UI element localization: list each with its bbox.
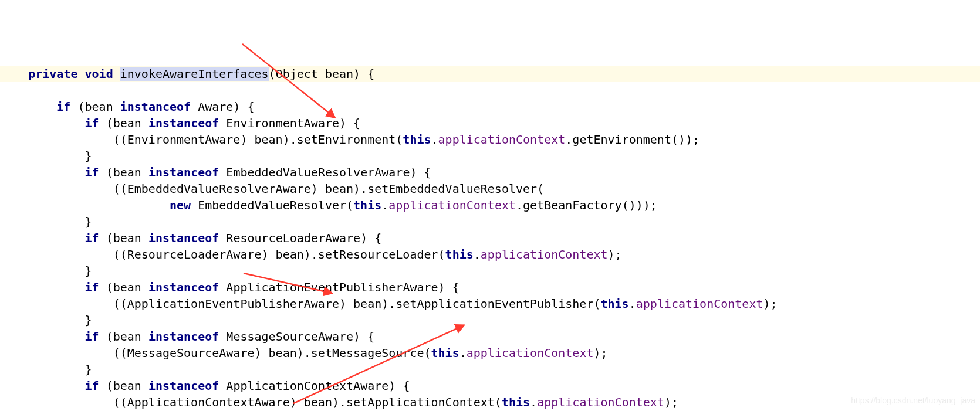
code-block: private void invokeAwareInterfaces(Objec… [0, 66, 980, 411]
